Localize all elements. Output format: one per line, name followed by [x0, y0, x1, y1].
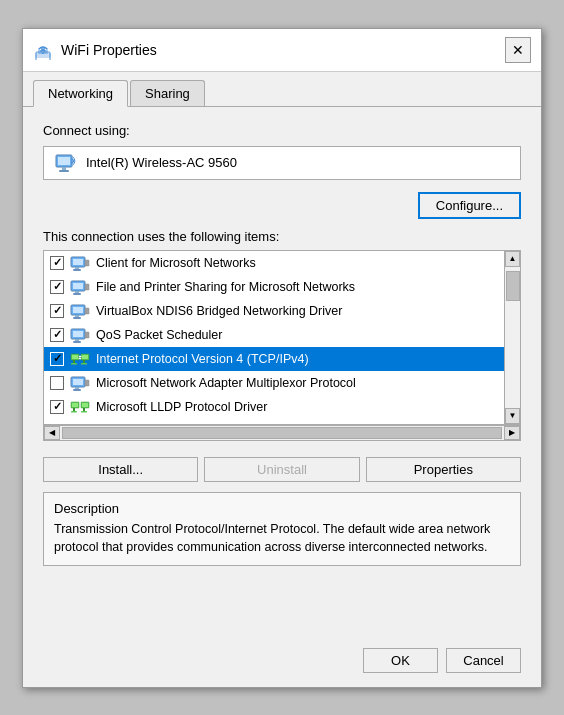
list-item[interactable]: Internet Protocol Version 4 (TCP/IPv4)	[44, 347, 504, 371]
connection-items-label: This connection uses the following items…	[43, 229, 521, 244]
scroll-thumb[interactable]	[506, 271, 520, 301]
items-list: Client for Microsoft Networks	[44, 251, 504, 419]
svg-point-4	[42, 52, 44, 54]
svg-rect-21	[75, 315, 79, 317]
svg-rect-30	[72, 355, 78, 359]
svg-rect-17	[73, 293, 81, 295]
install-button[interactable]: Install...	[43, 457, 198, 482]
item-text-5: Microsoft Network Adapter Multiplexor Pr…	[96, 376, 356, 390]
svg-rect-16	[75, 291, 79, 293]
svg-rect-36	[81, 363, 87, 365]
svg-rect-8	[59, 170, 69, 172]
svg-rect-22	[73, 317, 81, 319]
item-icon-0	[70, 254, 90, 272]
wifi-properties-dialog: WiFi Properties ✕ Networking Sharing Con…	[22, 28, 542, 688]
title-bar: WiFi Properties ✕	[23, 29, 541, 72]
item-checkbox-0[interactable]	[50, 256, 64, 270]
svg-rect-13	[85, 260, 89, 266]
svg-rect-23	[85, 308, 89, 314]
close-button[interactable]: ✕	[505, 37, 531, 63]
list-item[interactable]: QoS Packet Scheduler	[44, 323, 504, 347]
bottom-buttons: OK Cancel	[23, 640, 541, 687]
svg-rect-47	[83, 408, 85, 411]
svg-rect-25	[73, 331, 83, 337]
svg-rect-43	[72, 403, 78, 407]
item-icon-6	[70, 398, 90, 416]
list-item[interactable]: File and Printer Sharing for Microsoft N…	[44, 275, 504, 299]
scroll-left-arrow[interactable]: ◀	[44, 426, 60, 440]
adapter-name: Intel(R) Wireless-AC 9560	[86, 155, 237, 170]
item-checkbox-2[interactable]	[50, 304, 64, 318]
svg-rect-20	[73, 307, 83, 313]
tab-networking[interactable]: Networking	[33, 80, 128, 107]
svg-rect-49	[81, 411, 87, 413]
svg-rect-38	[73, 379, 83, 385]
tab-content-networking: Connect using: Intel(R) Wireless-AC 9560…	[23, 107, 541, 640]
scroll-up-arrow[interactable]: ▲	[505, 251, 520, 267]
horizontal-scrollbar[interactable]: ◀ ▶	[43, 425, 521, 441]
svg-rect-41	[85, 380, 89, 386]
list-item[interactable]: Microsoft Network Adapter Multiplexor Pr…	[44, 371, 504, 395]
dialog-title: WiFi Properties	[61, 42, 505, 58]
svg-rect-33	[73, 360, 75, 363]
configure-button[interactable]: Configure...	[418, 192, 521, 219]
svg-rect-46	[73, 408, 75, 411]
item-checkbox-3[interactable]	[50, 328, 64, 342]
svg-rect-15	[73, 283, 83, 289]
item-checkbox-1[interactable]	[50, 280, 64, 294]
adapter-box: Intel(R) Wireless-AC 9560	[43, 146, 521, 180]
item-icon-2	[70, 302, 90, 320]
connect-using-label: Connect using:	[43, 123, 521, 138]
tab-bar: Networking Sharing	[23, 72, 541, 107]
item-checkbox-5[interactable]	[50, 376, 64, 390]
scroll-right-arrow[interactable]: ▶	[504, 426, 520, 440]
item-icon-3	[70, 326, 90, 344]
horiz-scroll-thumb[interactable]	[62, 427, 502, 439]
svg-rect-7	[62, 167, 66, 170]
item-text-1: File and Printer Sharing for Microsoft N…	[96, 280, 355, 294]
svg-rect-10	[73, 259, 83, 265]
svg-rect-35	[71, 363, 77, 365]
item-text-6: Microsoft LLDP Protocol Driver	[96, 400, 267, 414]
item-icon-1	[70, 278, 90, 296]
svg-rect-26	[75, 339, 79, 341]
scroll-down-arrow[interactable]: ▼	[505, 408, 520, 424]
cancel-button[interactable]: Cancel	[446, 648, 521, 673]
svg-rect-6	[58, 157, 70, 165]
item-text-0: Client for Microsoft Networks	[96, 256, 256, 270]
configure-row: Configure...	[43, 192, 521, 219]
list-item[interactable]: Client for Microsoft Networks	[44, 251, 504, 275]
svg-rect-27	[73, 341, 81, 343]
svg-rect-11	[75, 267, 79, 269]
list-item[interactable]: Microsoft LLDP Protocol Driver	[44, 395, 504, 419]
svg-rect-39	[75, 387, 79, 389]
tab-sharing[interactable]: Sharing	[130, 80, 205, 106]
uninstall-button[interactable]: Uninstall	[204, 457, 359, 482]
item-icon-4	[70, 350, 90, 368]
description-text: Transmission Control Protocol/Internet P…	[54, 520, 510, 558]
item-text-3: QoS Packet Scheduler	[96, 328, 222, 342]
action-buttons: Install... Uninstall Properties	[43, 457, 521, 482]
item-icon-5	[70, 374, 90, 392]
svg-rect-28	[85, 332, 89, 338]
svg-rect-32	[82, 355, 88, 359]
item-checkbox-4[interactable]	[50, 352, 64, 366]
svg-rect-34	[83, 360, 85, 363]
svg-rect-48	[71, 411, 77, 413]
vertical-scrollbar[interactable]: ▲ ▼	[504, 251, 520, 424]
svg-rect-40	[73, 389, 81, 391]
list-item[interactable]: VirtualBox NDIS6 Bridged Networking Driv…	[44, 299, 504, 323]
svg-rect-18	[85, 284, 89, 290]
item-checkbox-6[interactable]	[50, 400, 64, 414]
item-text-4: Internet Protocol Version 4 (TCP/IPv4)	[96, 352, 309, 366]
wifi-dialog-icon	[33, 40, 53, 60]
properties-button[interactable]: Properties	[366, 457, 521, 482]
item-text-2: VirtualBox NDIS6 Bridged Networking Driv…	[96, 304, 342, 318]
adapter-icon	[54, 153, 78, 173]
svg-rect-45	[82, 403, 88, 407]
description-legend: Description	[54, 501, 510, 516]
svg-rect-12	[73, 269, 81, 271]
description-group: Description Transmission Control Protoco…	[43, 492, 521, 567]
ok-button[interactable]: OK	[363, 648, 438, 673]
